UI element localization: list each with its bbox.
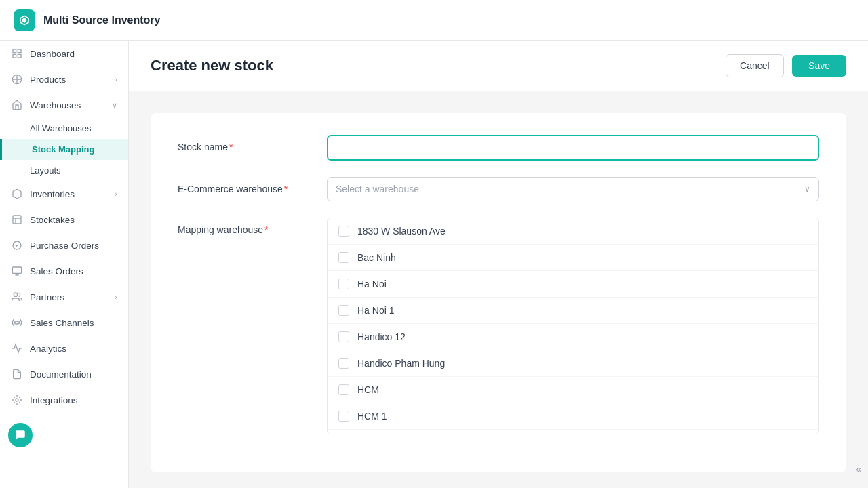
sidebar-label-purchase-orders: Purchase Orders [30,241,99,251]
header-actions: Cancel Save [726,54,846,77]
stock-name-field [327,135,819,161]
warehouse-label-w2: Bac Ninh [357,252,396,263]
warehouse-label-w8: HCM 1 [357,411,387,422]
sidebar-label-documentation: Documentation [30,369,92,380]
inventories-chevron-icon: › [115,190,117,198]
sidebar-item-partners[interactable]: Partners › [0,284,128,310]
list-item[interactable]: Ha Noi 1 [328,298,818,324]
topbar: Multi Source Inventory [0,0,868,41]
stocktakes-icon [11,214,23,226]
sidebar-item-analytics[interactable]: Analytics [0,336,128,361]
mapping-warehouse-list: 1830 W Slauson Ave Bac Ninh Ha Noi Ha No… [327,218,819,434]
sidebar-item-integrations[interactable]: Integrations [0,387,128,413]
sidebar-label-inventories: Inventories [30,189,75,199]
ecommerce-warehouse-field: Select a warehouse ∨ [327,177,819,201]
documentation-icon [11,368,23,380]
products-icon [11,73,23,85]
chat-button[interactable] [8,423,33,447]
mapping-warehouse-label: Mapping warehouse* [178,218,327,235]
page-header: Create new stock Cancel Save [129,41,868,92]
sidebar: Dashboard Products › Warehouses ∨ [0,41,129,488]
list-item[interactable]: HCM [328,377,818,403]
warehouse-checkbox-w7[interactable] [338,384,349,395]
cancel-button[interactable]: Cancel [726,54,784,77]
purchase-orders-icon [11,239,23,251]
warehouse-label-w7: HCM [357,384,379,395]
ecommerce-warehouse-label: E-Commerce warehouse* [178,177,327,195]
mapping-warehouse-field: 1830 W Slauson Ave Bac Ninh Ha Noi Ha No… [327,218,819,434]
list-item[interactable]: Bac Ninh [328,245,818,271]
sales-orders-icon [11,265,23,277]
sidebar-item-dashboard[interactable]: Dashboard [0,41,128,66]
warehouse-checkbox-w2[interactable] [338,252,349,263]
sidebar-sub-label-layouts: Layouts [30,165,61,176]
products-chevron-icon: › [115,75,117,83]
sidebar-label-partners: Partners [30,292,64,302]
list-item[interactable]: Handico Pham Hung [328,350,818,377]
warehouse-checkbox-w6[interactable] [338,358,349,369]
sidebar-sub-label-all-warehouses: All Warehouses [30,123,92,134]
form-card: Stock name* E-Commerce warehouse* Select… [151,113,846,472]
svg-rect-0 [13,49,16,53]
svg-rect-8 [12,267,21,273]
ecommerce-warehouse-select[interactable]: Select a warehouse ∨ [327,177,819,201]
warehouse-checkbox-w5[interactable] [338,331,349,342]
warehouse-checkbox-w4[interactable] [338,305,349,316]
svg-rect-3 [18,54,21,58]
sidebar-item-sales-channels[interactable]: Sales Channels [0,310,128,336]
sidebar-item-stocktakes[interactable]: Stocktakes [0,207,128,232]
sidebar-label-products: Products [30,75,66,85]
dashboard-icon [11,47,23,60]
main-content: Create new stock Cancel Save Stock name* [129,41,868,488]
sidebar-label-dashboard: Dashboard [30,49,75,59]
mapping-warehouse-row: Mapping warehouse* 1830 W Slauson Ave Ba… [178,218,819,434]
list-item[interactable]: 1830 W Slauson Ave [328,218,818,245]
list-item[interactable]: Hung Yên [328,430,818,434]
warehouses-chevron-icon: ∨ [112,101,117,110]
sidebar-item-purchase-orders[interactable]: Purchase Orders [0,232,128,258]
list-item[interactable]: Ha Noi [328,271,818,298]
warehouse-checkbox-w8[interactable] [338,411,349,422]
svg-rect-5 [13,216,21,224]
sidebar-sub-item-layouts[interactable]: Layouts [0,160,128,181]
select-chevron-icon: ∨ [804,184,810,194]
app-logo [14,9,35,31]
save-button[interactable]: Save [792,55,846,77]
analytics-icon [11,342,23,354]
sidebar-item-sales-orders[interactable]: Sales Orders [0,258,128,284]
app-title: Multi Source Inventory [43,14,160,26]
integrations-icon [11,394,23,406]
sidebar-label-sales-orders: Sales Orders [30,266,83,277]
warehouse-label-w1: 1830 W Slauson Ave [357,226,446,237]
warehouse-checkbox-w3[interactable] [338,279,349,289]
page-title: Create new stock [151,57,273,75]
sidebar-sub-item-stock-mapping[interactable]: Stock Mapping [0,139,128,160]
warehouse-label-w5: Handico 12 [357,331,406,342]
sidebar-item-products[interactable]: Products › [0,66,128,92]
list-item[interactable]: Handico 12 [328,324,818,350]
svg-rect-2 [13,54,16,58]
svg-point-11 [14,293,17,296]
sales-channels-icon [11,317,23,329]
partners-icon [11,291,23,303]
list-item[interactable]: HCM 1 [328,403,818,430]
sidebar-label-sales-channels: Sales Channels [30,318,94,328]
svg-point-12 [16,321,18,324]
sidebar-item-documentation[interactable]: Documentation [0,361,128,387]
stock-name-row: Stock name* [178,135,819,161]
sidebar-item-warehouses[interactable]: Warehouses ∨ [0,92,128,118]
warehouse-checkbox-w1[interactable] [338,226,349,237]
sidebar-footer: « [0,472,128,488]
sidebar-sub-label-stock-mapping: Stock Mapping [32,144,94,155]
sidebar-label-warehouses: Warehouses [30,100,81,110]
partners-chevron-icon: › [115,293,117,301]
warehouse-label-w3: Ha Noi [357,279,387,289]
svg-point-13 [16,399,18,401]
stock-name-input[interactable] [327,135,819,161]
svg-rect-1 [18,49,21,53]
sidebar-item-inventories[interactable]: Inventories › [0,181,128,207]
ecommerce-warehouse-placeholder: Select a warehouse [336,184,419,195]
sidebar-sub-item-all-warehouses[interactable]: All Warehouses [0,118,128,139]
sidebar-label-stocktakes: Stocktakes [30,215,75,225]
stock-name-label: Stock name* [178,135,327,152]
